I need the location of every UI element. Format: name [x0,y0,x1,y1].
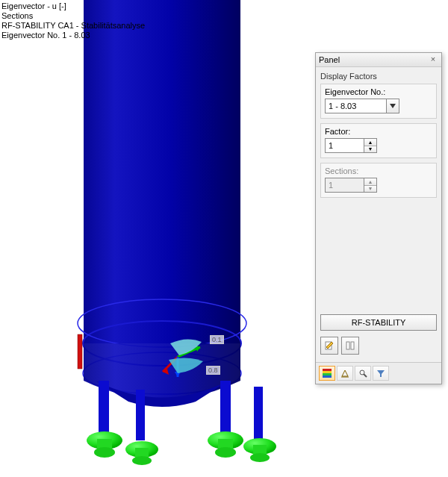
svg-rect-18 [253,445,267,458]
svg-rect-12 [218,439,233,452]
factor-stepper-buttons[interactable]: ▲ ▼ [364,138,377,153]
svg-line-37 [364,374,367,377]
factor-stepper[interactable] [325,138,364,153]
rf-stability-button[interactable]: RF-STABILITY [320,314,437,331]
panel-titlebar[interactable]: Panel × [316,53,441,67]
svg-point-14 [125,441,158,458]
svg-line-22 [163,357,178,372]
panel-window[interactable]: Panel × Display Factors Eigenvector No.:… [315,52,442,384]
eigenvector-label: Eigenvector No.: [325,87,432,96]
overlay-line-2: Sections [1,11,145,21]
svg-rect-4 [99,381,109,433]
svg-marker-27 [390,104,396,108]
svg-point-17 [243,438,276,455]
svg-rect-33 [323,373,332,375]
overlay-line-4: Eigenvector No. 1 - 8.03 [1,31,145,40]
tab-microscope-icon[interactable] [355,366,371,381]
tab-scale-icon[interactable] [337,366,353,381]
svg-rect-0 [84,0,240,343]
svg-marker-25 [163,369,169,375]
chevron-up-icon[interactable]: ▲ [364,139,376,146]
svg-marker-38 [377,370,385,377]
sections-stepper-buttons: ▲ ▼ [364,178,377,193]
svg-rect-5 [220,381,231,433]
svg-point-8 [87,431,122,449]
svg-marker-24 [196,346,200,352]
close-icon[interactable]: × [428,54,438,65]
svg-point-16 [132,456,152,465]
panel-subtitle: Display Factors [320,72,437,81]
panel-title: Panel [319,55,428,64]
svg-rect-34 [323,375,332,378]
svg-rect-9 [97,439,112,452]
svg-rect-15 [135,448,149,461]
svg-point-10 [94,447,115,458]
svg-rect-31 [323,369,332,371]
chevron-down-icon[interactable] [386,99,399,113]
panel-tab-strip [316,362,441,384]
columns-icon[interactable] [341,337,359,355]
viewport-3d[interactable]: 0.1 0.8 Eigenvector - u [-] Sections RF-… [0,0,448,477]
svg-line-21 [178,347,200,357]
section-value-label-1: 0.1 [210,335,224,344]
svg-point-11 [208,431,243,449]
factor-group: Factor: ▲ ▼ [320,123,437,158]
svg-point-19 [250,453,270,462]
svg-rect-32 [323,371,332,373]
eigenvector-select[interactable] [325,99,386,113]
svg-point-13 [215,447,236,458]
chevron-up-icon: ▲ [364,178,376,186]
eigenvector-group: Eigenvector No.: [320,84,437,119]
overlay-line-3: RF-STABILITY CA1 - Stabilitätsanalyse [1,21,145,31]
svg-rect-6 [136,390,145,440]
section-value-label-2: 0.8 [206,366,220,375]
svg-rect-30 [351,342,354,349]
svg-rect-29 [346,342,349,349]
edit-icon[interactable] [320,337,338,355]
tab-filter-icon[interactable] [373,366,389,381]
sections-stepper [325,178,364,193]
chevron-down-icon[interactable]: ▼ [364,146,376,153]
sections-label: Sections: [325,166,432,175]
chevron-down-icon: ▼ [364,186,376,193]
viewport-info-overlay: Eigenvector - u [-] Sections RF-STABILIT… [1,1,145,40]
overlay-line-1: Eigenvector - u [-] [1,1,145,11]
svg-marker-26 [175,372,181,377]
factor-label: Factor: [325,127,432,136]
svg-rect-7 [254,387,263,439]
svg-rect-20 [78,334,82,369]
sections-group: Sections: ▲ ▼ [320,163,437,198]
tab-color-scale-icon[interactable] [319,366,335,381]
